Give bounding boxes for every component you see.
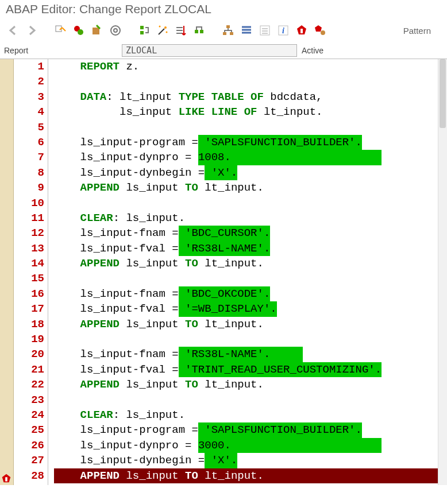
code-segment: DATA (80, 90, 107, 104)
scrollbar-thumb[interactable] (440, 59, 446, 128)
code-line[interactable]: CLEAR: ls_input. (54, 211, 447, 226)
code-segment: - (133, 286, 139, 301)
code-line[interactable]: APPEND ls_input TO lt_input. (54, 377, 447, 392)
code-segment: = (172, 347, 178, 362)
code-line[interactable]: APPEND ls_input TO lt_input. (54, 256, 447, 271)
code-segment (54, 286, 80, 301)
line-number: 2 (14, 74, 44, 89)
code-segment: - (133, 453, 139, 468)
code-segment (54, 256, 80, 271)
code-segment: 'RS38L-NAME'. (179, 241, 271, 256)
code-segment: 'X'. (205, 165, 237, 180)
code-line[interactable] (54, 74, 447, 89)
code-segment: = (172, 241, 178, 256)
code-segment: - (133, 165, 139, 180)
display-object-icon[interactable] (138, 24, 151, 37)
code-segment (54, 211, 80, 226)
code-segment (54, 150, 80, 165)
svg-rect-11 (195, 30, 198, 33)
line-number: 23 (14, 393, 44, 408)
code-segment: ls_input (80, 438, 133, 453)
info-icon[interactable]: i (277, 24, 290, 37)
align-icon[interactable] (240, 24, 253, 37)
forward-button[interactable] (25, 24, 38, 37)
line-number: 15 (14, 271, 44, 286)
other-object-icon[interactable] (193, 24, 206, 37)
breakpoint-marker-icon[interactable] (1, 472, 12, 485)
line-number: 11 (14, 211, 44, 226)
report-name-input[interactable] (122, 44, 297, 57)
page-title: ABAP Editor: Change Report ZLOCAL (0, 0, 447, 21)
code-segment: ls_input (80, 135, 133, 150)
code-segment: 3000. (198, 438, 382, 453)
list-icon[interactable] (259, 24, 271, 37)
code-line[interactable]: ls_input-dynbegin = 'X'. (54, 453, 447, 468)
code-line[interactable] (54, 271, 447, 286)
svg-rect-15 (230, 32, 233, 35)
code-segment (54, 241, 80, 256)
svg-rect-6 (140, 26, 144, 29)
code-line[interactable]: CLEAR: ls_input. (54, 408, 447, 422)
code-area[interactable]: REPORT z. DATA: lt_input TYPE TABLE OF b… (54, 59, 447, 485)
code-line[interactable]: ls_input-dynpro = 1008. (54, 150, 447, 165)
code-segment: lt_input (257, 104, 316, 119)
code-line[interactable]: ls_input-dynpro = 3000. (54, 438, 447, 453)
code-line[interactable]: ls_input-program = 'SAPLSFUNCTION_BUILDE… (54, 422, 447, 437)
activate-icon[interactable] (72, 24, 85, 37)
code-line[interactable]: ls_input-fval = '=WB_DISPLAY'. (54, 301, 447, 316)
code-line[interactable]: ls_input-fval = 'RS38L-NAME'. (54, 241, 447, 256)
code-line[interactable]: APPEND ls_input TO lt_input. (54, 317, 447, 332)
code-segment: TO (185, 468, 198, 483)
execute-icon[interactable] (91, 24, 103, 37)
line-number: 7 (14, 150, 44, 165)
code-segment: ls_input (80, 301, 133, 316)
code-segment (54, 226, 80, 241)
code-line[interactable]: ls_input-fval = 'TRINT_READ_USER_CUSTOMI… (54, 362, 447, 377)
code-segment: '=WB_DISPLAY'. (179, 301, 277, 316)
code-line[interactable]: ls_input-dynbegin = 'X'. (54, 165, 447, 180)
code-editor[interactable]: 1234567891011121314151617181920212223242… (0, 59, 447, 485)
code-segment: APPEND (80, 468, 120, 483)
code-segment: - (133, 241, 139, 256)
code-segment: bdcdata (264, 90, 316, 104)
code-segment (54, 468, 80, 483)
code-segment: . (257, 317, 264, 332)
back-button[interactable] (7, 24, 20, 37)
code-segment: fval (139, 362, 172, 377)
code-line[interactable]: DATA: lt_input TYPE TABLE OF bdcdata, (54, 90, 447, 104)
code-segment: dynpro (139, 438, 185, 453)
code-segment: 'BDC_OKCODE'. (179, 286, 271, 301)
code-line[interactable]: APPEND ls_input TO lt_input. (54, 468, 447, 483)
hierarchy-icon[interactable] (222, 24, 234, 37)
svg-rect-3 (93, 28, 99, 34)
line-number: 19 (14, 332, 44, 347)
line-number: 27 (14, 453, 44, 468)
code-segment: ls_input (120, 180, 185, 195)
code-line[interactable] (54, 196, 447, 211)
code-line[interactable]: REPORT z. (54, 59, 447, 74)
code-line[interactable]: ls_input-fnam = 'BDC_OKCODE'. (54, 286, 447, 301)
line-number: 13 (14, 241, 44, 256)
code-line[interactable]: ls_input-fnam = 'RS38L-NAME'. (54, 347, 447, 362)
code-line[interactable]: ls_input-fnam = 'BDC_CURSOR'. (54, 226, 447, 241)
code-segment: 'X'. (205, 453, 237, 468)
where-used-icon[interactable] (109, 24, 122, 37)
pretty-printer-icon[interactable] (175, 24, 187, 37)
line-number: 18 (14, 317, 44, 332)
code-line[interactable]: ls_input LIKE LINE OF lt_input. (54, 104, 447, 119)
pattern-button[interactable]: Pattern (403, 26, 440, 36)
code-segment: ls_input (120, 377, 185, 392)
breakpoint-icon[interactable] (295, 24, 308, 37)
code-segment: fval (139, 241, 172, 256)
check-icon[interactable] (54, 24, 67, 37)
code-line[interactable] (54, 393, 447, 408)
code-line[interactable] (54, 332, 447, 347)
vertical-scrollbar[interactable] (438, 59, 447, 485)
code-line[interactable]: ls_input-program = 'SAPLSFUNCTION_BUILDE… (54, 135, 447, 150)
enhance-icon[interactable] (156, 24, 169, 37)
breakpoint-user-icon[interactable] (314, 24, 326, 37)
code-line[interactable]: APPEND ls_input TO lt_input. (54, 180, 447, 195)
code-segment: 'BDC_CURSOR'. (179, 226, 271, 241)
code-line[interactable] (54, 120, 447, 135)
code-segment: TO (185, 180, 198, 195)
